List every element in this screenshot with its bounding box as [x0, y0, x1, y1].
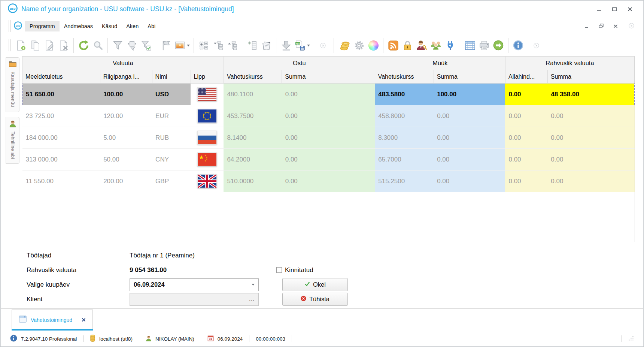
info-button[interactable]	[511, 37, 525, 53]
mdi-minimize-button[interactable]	[584, 23, 589, 30]
add-column-button[interactable]	[245, 37, 259, 53]
grid-cell[interactable]: 313 000.00	[22, 149, 100, 171]
grid-cell[interactable]: 100.00	[100, 84, 152, 105]
col-header-ostu-vahetuskurss[interactable]: Vahetuskurss	[224, 70, 282, 84]
grid-cell[interactable]: USD	[152, 84, 191, 105]
grid-row-gbp[interactable]: 11 550.00200.00GBP510.00000.00515.25000.…	[22, 171, 635, 192]
ok-button[interactable]: Okei	[282, 278, 348, 291]
flag-button[interactable]	[159, 37, 173, 53]
edit-document-button[interactable]	[42, 37, 57, 53]
copy-document-button[interactable]	[28, 37, 42, 53]
menu-overflow-icon[interactable]	[628, 22, 635, 31]
col-header-lipp[interactable]: Lipp	[191, 70, 224, 84]
grid-cell[interactable]: 0.00	[434, 171, 505, 192]
grid-cell[interactable]: 8.3000	[375, 127, 434, 149]
grid-cell[interactable]: 0.00	[282, 84, 375, 105]
group-header-rahvuslik[interactable]: Rahvuslik valuuta	[505, 57, 634, 70]
ru-flag-icon[interactable]	[191, 127, 224, 149]
toolbar-overflow-left-button[interactable]	[316, 37, 330, 53]
grid-cell[interactable]: 200.00	[100, 171, 152, 192]
info-small-icon[interactable]	[10, 335, 17, 343]
grid-cell[interactable]: 11 550.00	[22, 171, 100, 192]
grid-cell[interactable]: 0.00	[505, 127, 547, 149]
grid-cell[interactable]: 120.00	[100, 105, 152, 127]
gb-flag-icon[interactable]	[191, 171, 224, 192]
menu-item-käsud[interactable]: Käsud	[97, 21, 122, 31]
grid-cell[interactable]: 0.00	[282, 149, 375, 171]
search-button[interactable]	[91, 37, 105, 53]
cancel-button[interactable]: Tühista	[282, 293, 348, 306]
col-header-allahind[interactable]: Allahind...	[505, 70, 547, 84]
group-header-valuuta[interactable]: Valuuta	[22, 57, 224, 70]
image-button[interactable]	[173, 37, 191, 53]
sidebar-tab-user-menu[interactable]: Kasutaja menüü	[6, 57, 19, 112]
grid-cell[interactable]: 0.00	[434, 149, 505, 171]
grid-cell[interactable]: 0.00	[547, 149, 634, 171]
expand-groups-button[interactable]	[197, 37, 211, 53]
col-header-rah-summa[interactable]: Summa	[547, 70, 634, 84]
new-document-button[interactable]	[14, 37, 28, 53]
resize-grip-icon[interactable]	[628, 335, 634, 342]
grid-cell[interactable]: 0.00	[282, 171, 375, 192]
mdi-close-button[interactable]	[613, 23, 618, 30]
delete-document-button[interactable]	[57, 37, 71, 53]
grid-cell[interactable]: 0.00	[505, 84, 547, 105]
us-flag-icon[interactable]	[191, 84, 224, 105]
grid-cell[interactable]: 0.00	[434, 105, 505, 127]
group-header-muuk[interactable]: Müük	[375, 57, 505, 70]
download-button[interactable]	[279, 37, 293, 53]
grid-cell[interactable]: 483.5800	[375, 84, 434, 105]
grid-row-rub[interactable]: 184 000.005.00RUB8.14000.008.30000.000.0…	[22, 127, 635, 149]
group-header-ostu[interactable]: Ostu	[224, 57, 375, 70]
users-button[interactable]	[429, 37, 443, 53]
grid-cell[interactable]: 100.00	[434, 84, 505, 105]
export-dropdown-caret-icon[interactable]	[307, 45, 310, 46]
grid-cell[interactable]: EUR	[152, 105, 191, 127]
sidebar-tab-tech-help[interactable]: Tehniline abi	[6, 117, 19, 164]
cn-flag-icon[interactable]: ★★★★★	[191, 149, 224, 171]
menu-item-andmebaas[interactable]: Andmebaas	[60, 21, 97, 31]
table-grid-button[interactable]	[463, 37, 477, 53]
grid-cell[interactable]: 0.00	[547, 105, 634, 127]
plugin-button[interactable]	[443, 37, 457, 53]
mdi-restore-button[interactable]	[599, 23, 604, 30]
col-header-ostu-summa[interactable]: Summa	[282, 70, 375, 84]
menu-item-abi[interactable]: Abi	[143, 21, 160, 31]
col-header-muuk-summa[interactable]: Summa	[434, 70, 505, 84]
grid-cell[interactable]: 51 650.00	[22, 84, 100, 105]
grid-cell[interactable]: 5.00	[100, 127, 152, 149]
grid-cell[interactable]: 458.8000	[375, 105, 434, 127]
grid-cell[interactable]: 0.00	[505, 171, 547, 192]
grid-cell[interactable]: 515.2500	[375, 171, 434, 192]
menu-item-programm[interactable]: Programm	[25, 21, 60, 31]
col-header-muuk-vahetuskurss[interactable]: Vahetuskurss	[375, 70, 434, 84]
date-dropdown[interactable]: 06.09.2024	[130, 278, 259, 291]
tab-vahetustoimingud[interactable]: Vahetustoimingud	[12, 310, 93, 330]
export-xls-button[interactable]: XLS	[293, 37, 311, 53]
user-permissions-button[interactable]	[414, 37, 429, 53]
grid-cell[interactable]: 480.1100	[224, 84, 282, 105]
grid-cell[interactable]: 453.7500	[224, 105, 282, 127]
tab-close-icon[interactable]	[82, 317, 86, 323]
expand-tree-button[interactable]	[211, 37, 225, 53]
col-header-meeldetuletus[interactable]: Meeldetuletus	[22, 70, 100, 84]
confirmed-checkbox[interactable]	[276, 267, 282, 273]
image-dropdown-caret-icon[interactable]	[187, 45, 190, 46]
grid-cell[interactable]: 184 000.00	[22, 127, 100, 149]
grid-cell[interactable]: 48 358.00	[547, 84, 634, 105]
grid-cell[interactable]: 0.00	[282, 105, 375, 127]
close-button[interactable]	[627, 7, 632, 11]
filter-button[interactable]	[110, 37, 125, 53]
grid-cell[interactable]: 8.1400	[224, 127, 282, 149]
grid-cell[interactable]: 0.00	[434, 127, 505, 149]
grid-cell[interactable]: 510.0000	[224, 171, 282, 192]
filter-columns-button[interactable]	[125, 37, 139, 53]
filter-confirm-button[interactable]	[139, 37, 153, 53]
grid-cell[interactable]: 0.00	[547, 127, 634, 149]
grid-cell[interactable]: 65.7000	[375, 149, 434, 171]
grid-cell[interactable]: GBP	[152, 171, 191, 192]
color-sphere-button[interactable]	[366, 37, 380, 53]
grid-cell[interactable]: 64.2000	[224, 149, 282, 171]
grid-cell[interactable]: RUB	[152, 127, 191, 149]
maximize-button[interactable]	[612, 7, 617, 11]
